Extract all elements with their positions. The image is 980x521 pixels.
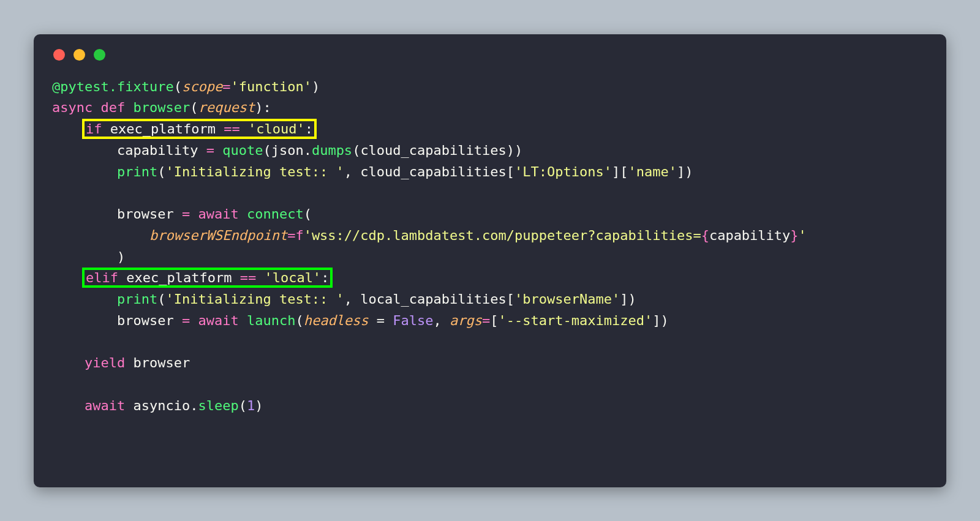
- close-icon: [53, 49, 65, 61]
- maximize-icon: [94, 49, 105, 61]
- code-window: @pytest.fixture(scope='function') async …: [34, 34, 946, 487]
- decorator: @pytest.fixture: [52, 79, 174, 94]
- minimize-icon: [74, 49, 85, 61]
- highlight-if-cloud: if exec_platform == 'cloud':: [82, 119, 317, 139]
- code-block: @pytest.fixture(scope='function') async …: [52, 77, 928, 417]
- traffic-lights: [53, 49, 928, 61]
- highlight-elif-local: elif exec_platform == 'local':: [82, 268, 333, 288]
